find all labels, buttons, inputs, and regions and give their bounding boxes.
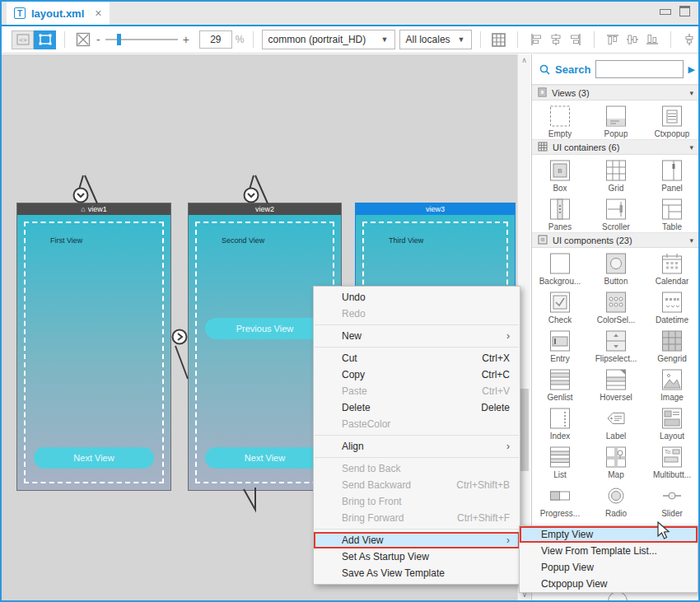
palette-item-layout[interactable]: Layout bbox=[644, 403, 700, 441]
view1-label[interactable]: First View bbox=[50, 236, 82, 245]
palette-item-table[interactable]: Table bbox=[644, 194, 700, 232]
view3-label[interactable]: Third View bbox=[389, 236, 423, 245]
collapse-caret-icon[interactable]: ▾ bbox=[689, 89, 693, 97]
minimize-icon[interactable] bbox=[660, 9, 671, 15]
palette-item-backgrou[interactable]: Backgrou... bbox=[532, 248, 588, 287]
palette-search-input[interactable] bbox=[595, 60, 683, 78]
scrollbar-thumb[interactable] bbox=[520, 389, 529, 471]
scroll-up-icon[interactable]: ∧ bbox=[518, 54, 530, 66]
menu-item-label: Cut bbox=[342, 350, 482, 366]
align-center-button[interactable] bbox=[546, 30, 566, 49]
menu-item-copy[interactable]: CopyCtrl+C bbox=[314, 366, 520, 383]
palette-item-list[interactable]: List bbox=[532, 441, 588, 480]
palette-item-calendar[interactable]: Calendar bbox=[644, 248, 700, 287]
menu-item-shortcut: Ctrl+C bbox=[482, 366, 510, 383]
align-middle-button[interactable] bbox=[623, 30, 642, 49]
view2-previous-button[interactable]: Previous View bbox=[205, 318, 324, 339]
palette-item-empty[interactable]: Empty bbox=[532, 100, 588, 139]
palette-item-progress[interactable]: Progress... bbox=[532, 480, 588, 519]
palette-item-panes[interactable]: Panes bbox=[532, 194, 588, 232]
view2-next-button[interactable]: Next View bbox=[205, 447, 324, 469]
palette-item-hoversel[interactable]: Hoversel bbox=[588, 364, 644, 403]
fit-to-window-button[interactable] bbox=[73, 30, 93, 49]
submenu-item-popup-view[interactable]: Popup View bbox=[520, 559, 698, 576]
palette-item-entry[interactable]: Entry bbox=[532, 325, 588, 364]
view2-label[interactable]: Second View bbox=[222, 236, 264, 245]
tab-close-icon[interactable]: × bbox=[95, 7, 101, 20]
design-view-button[interactable] bbox=[34, 30, 56, 49]
palette-item-grid[interactable]: Grid bbox=[588, 155, 644, 194]
menu-item-align[interactable]: Align› bbox=[314, 438, 520, 455]
palette-item-index[interactable]: Index bbox=[532, 403, 588, 441]
align-bottom-button[interactable] bbox=[642, 30, 662, 49]
zoom-slider: - + bbox=[96, 33, 189, 46]
palette-item-label[interactable]: Label bbox=[588, 403, 644, 441]
view3-header[interactable]: view3 bbox=[356, 203, 515, 215]
palette-item-gengrid[interactable]: Gengrid bbox=[644, 325, 700, 364]
submenu-item-label: Popup View bbox=[541, 559, 688, 576]
view1-header[interactable]: ⌂ view1 bbox=[17, 203, 170, 215]
distribute-horizontal-button[interactable] bbox=[679, 30, 698, 49]
menu-item-delete[interactable]: DeleteDelete bbox=[314, 399, 520, 416]
menu-item-cut[interactable]: CutCtrl+X bbox=[314, 350, 520, 366]
align-right-icon bbox=[569, 33, 582, 46]
view1-transition-marker[interactable] bbox=[74, 175, 98, 203]
submenu-item-empty-view[interactable]: Empty View bbox=[520, 526, 698, 543]
tab-layout-xml[interactable]: T layout.xml × bbox=[7, 2, 110, 25]
palette-item-flipselect[interactable]: Flipselect... bbox=[588, 325, 644, 364]
palette-item-popup[interactable]: Popup bbox=[588, 100, 644, 139]
palette-item-ctxpopup[interactable]: Ctxpopup bbox=[644, 100, 700, 139]
menu-item-label: Paste bbox=[342, 383, 482, 399]
palette-section-header-views-3[interactable]: Views (3)▾ bbox=[532, 85, 700, 100]
collapse-caret-icon[interactable]: ▾ bbox=[689, 236, 693, 245]
zoom-slider-handle[interactable] bbox=[117, 34, 121, 45]
profile-dropdown[interactable]: common (portrait_HD) ▼ bbox=[262, 30, 395, 49]
menu-item-set-as-startup-view[interactable]: Set As Startup View bbox=[314, 548, 520, 565]
zoom-slider-track[interactable] bbox=[105, 39, 178, 40]
grid-toggle-button[interactable] bbox=[489, 30, 509, 49]
locales-dropdown[interactable]: All locales ▼ bbox=[399, 30, 472, 49]
search-go-icon[interactable]: ▶ bbox=[688, 64, 695, 75]
zoom-out-label[interactable]: - bbox=[96, 33, 100, 46]
palette-item-genlist[interactable]: Genlist bbox=[532, 364, 588, 403]
view2-transition-marker[interactable] bbox=[245, 175, 268, 203]
percent-label: % bbox=[236, 34, 245, 45]
palette-item-scroller[interactable]: Scroller bbox=[588, 194, 644, 232]
view1-body[interactable]: First View Next View bbox=[17, 215, 170, 490]
palette-item-check[interactable]: Check bbox=[532, 287, 588, 325]
submenu-item-view-from-template-list[interactable]: View From Template List... bbox=[520, 543, 698, 559]
palette-section-header-ui-containers-6[interactable]: UI containers (6)▾ bbox=[532, 139, 700, 155]
palette-item-button[interactable]: Button bbox=[588, 248, 644, 287]
palette-item-radio[interactable]: Radio bbox=[588, 480, 644, 519]
menu-item-shortcut: Ctrl+Shift+B bbox=[456, 477, 510, 493]
submenu-item-ctxpopup-view[interactable]: Ctxpopup View bbox=[520, 576, 698, 592]
palette-item-datetime[interactable]: Datetime bbox=[644, 287, 700, 325]
palette-item-image[interactable]: Image bbox=[644, 364, 700, 403]
maximize-icon[interactable] bbox=[679, 6, 690, 16]
palette-item-colorsel[interactable]: ColorSel... bbox=[588, 287, 644, 325]
view2-outgoing-transition-line[interactable] bbox=[244, 488, 255, 510]
palette-item-map[interactable]: Map bbox=[588, 441, 644, 480]
menu-item-add-view[interactable]: Add View› bbox=[314, 532, 520, 548]
view2-header[interactable]: view2 bbox=[189, 203, 341, 215]
view1-next-button[interactable]: Next View bbox=[34, 447, 154, 469]
menu-item-save-as-view-template[interactable]: Save As View Template bbox=[314, 565, 520, 581]
menu-item-new[interactable]: New› bbox=[314, 328, 520, 344]
palette-section-header-ui-components-23[interactable]: UI components (23)▾ bbox=[532, 232, 700, 248]
palette-item-label: Panes bbox=[548, 222, 572, 231]
zoom-in-label[interactable]: + bbox=[183, 33, 189, 46]
align-right-button[interactable] bbox=[566, 30, 586, 49]
palette-item-slider[interactable]: Slider bbox=[644, 480, 700, 519]
align-left-button[interactable] bbox=[526, 30, 546, 49]
align-top-button[interactable] bbox=[603, 30, 623, 49]
view1-to-view2-connector[interactable] bbox=[173, 330, 189, 380]
slider-widget-icon bbox=[661, 483, 683, 507]
palette-item-box[interactable]: BBox bbox=[532, 155, 588, 194]
collapse-caret-icon[interactable]: ▾ bbox=[689, 143, 693, 152]
view1-mockup[interactable]: ⌂ view1 First View Next View bbox=[16, 203, 171, 491]
source-view-button[interactable]: <> bbox=[12, 30, 34, 49]
palette-item-multibutt[interactable]: To:Multibutt... bbox=[644, 441, 700, 480]
zoom-percent-input[interactable] bbox=[199, 30, 232, 49]
palette-item-panel[interactable]: Panel bbox=[644, 155, 700, 194]
menu-item-undo[interactable]: Undo bbox=[314, 289, 520, 306]
